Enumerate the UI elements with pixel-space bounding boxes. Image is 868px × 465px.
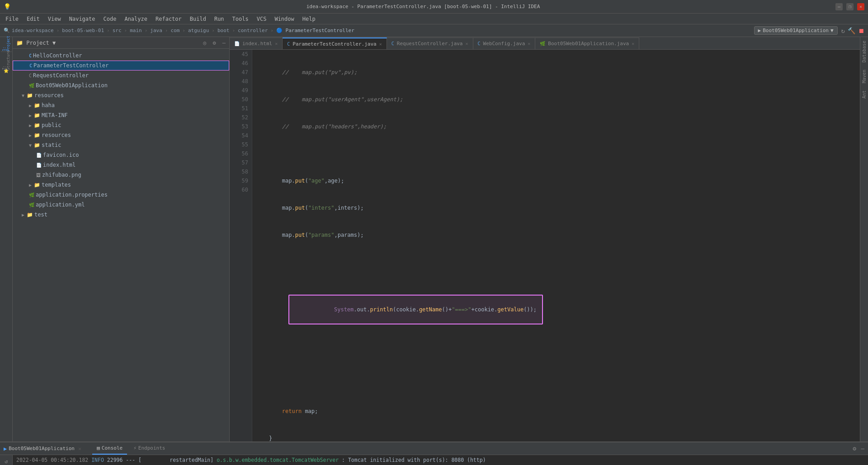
tab-close-icon[interactable]: ✕: [275, 41, 278, 46]
java-file-icon: C: [287, 42, 290, 47]
code-content-area[interactable]: // map.put("pv",pv); // map.put("userAge…: [252, 50, 860, 442]
restart-button[interactable]: ↺: [2, 457, 11, 465]
nav-main[interactable]: main: [130, 28, 142, 33]
tree-item-static[interactable]: ▼ 📁 static: [13, 140, 229, 150]
project-view-icon[interactable]: 1: Project: [2, 39, 11, 48]
spring-file-icon: 🌿: [540, 41, 545, 46]
nav-java[interactable]: java: [150, 28, 162, 33]
tab-webconfig[interactable]: C WebConfig.java ✕: [473, 38, 536, 49]
project-collapse-icon[interactable]: —: [222, 40, 226, 46]
folder-icon: 📁: [34, 132, 40, 138]
database-tab[interactable]: Database: [861, 37, 868, 66]
tree-item-zhifubao[interactable]: 🖼 zhifubao.png: [13, 170, 229, 180]
code-line-49: map.put("age",age);: [256, 176, 856, 185]
menu-navigate[interactable]: Navigate: [66, 15, 99, 23]
tab-close-icon[interactable]: ✕: [379, 42, 382, 47]
menu-refactor[interactable]: Refactor: [152, 15, 185, 23]
menu-build[interactable]: Build: [186, 15, 210, 23]
left-icon-strip: 1: Project Z: Structure ⭐: [0, 37, 13, 442]
menu-analyze[interactable]: Analyze: [121, 15, 151, 23]
nav-controller[interactable]: controller: [238, 28, 268, 33]
tab-close-icon[interactable]: ✕: [632, 41, 634, 46]
tree-item-parameter-controller[interactable]: C ParameterTestController: [13, 61, 229, 70]
titlebar: 💡 idea-workspace - ParameterTestControll…: [0, 0, 868, 14]
right-panel-tabs: Database Maven Ant: [860, 37, 868, 442]
nav-boot[interactable]: boot: [217, 28, 230, 33]
tree-item-haha[interactable]: ▶ 📁 haha: [13, 100, 229, 110]
folder-icon: 📁: [34, 122, 40, 128]
menu-code[interactable]: Code: [100, 15, 120, 23]
stop-button[interactable]: ⏹: [858, 27, 864, 34]
spring-icon: 🌿: [29, 202, 34, 207]
editor-tabs-bar: 📄 index.html ✕ C ParameterTestController…: [230, 37, 860, 50]
code-line-54: [256, 352, 856, 362]
console-tab[interactable]: ▤ Console: [92, 443, 127, 455]
tree-item-templates[interactable]: ▶ 📁 templates: [13, 180, 229, 190]
ant-tab[interactable]: Ant: [861, 87, 868, 102]
menu-edit[interactable]: Edit: [23, 15, 43, 23]
tree-item-hello-controller[interactable]: C HelloController: [13, 51, 229, 61]
refresh-button[interactable]: ↻: [841, 27, 845, 34]
project-settings-icon[interactable]: ⚙: [213, 40, 216, 46]
tab-parameter-controller[interactable]: C ParameterTestController.java ✕: [283, 38, 387, 49]
project-tree: C HelloController C ParameterTestControl…: [13, 49, 229, 442]
menu-vcs[interactable]: VCS: [253, 15, 270, 23]
html-file-icon: 📄: [234, 41, 240, 46]
nav-workspace[interactable]: idea-workspace: [12, 28, 54, 33]
menu-window[interactable]: Window: [271, 15, 297, 23]
run-config-selector[interactable]: ▶ Boot05Web01Application ▼: [754, 26, 838, 35]
image-icon: 🖼: [36, 173, 41, 178]
tree-item-test[interactable]: ▶ 📁 test: [13, 210, 229, 220]
run-close-icon[interactable]: ✕: [78, 446, 81, 452]
tree-item-app-yml[interactable]: 🌿 application.yml: [13, 200, 229, 210]
folder-icon: 📁: [27, 93, 33, 99]
close-button[interactable]: ✕: [857, 3, 864, 10]
code-line-48: [256, 149, 856, 158]
tab-boot-app[interactable]: 🌿 Boot05Web01Application.java ✕: [535, 38, 639, 49]
structure-icon[interactable]: Z: Structure: [2, 56, 11, 65]
tree-item-meta-inf[interactable]: ▶ 📁 META-INF: [13, 110, 229, 120]
nav-module[interactable]: boot-05-web-01: [62, 28, 104, 33]
panel-settings-icon[interactable]: ⚙: [853, 445, 856, 452]
menu-run[interactable]: Run: [211, 15, 228, 23]
tree-item-index[interactable]: 📄 index.html: [13, 160, 229, 170]
folder-icon: 📁: [34, 113, 40, 118]
nav-src[interactable]: src: [113, 28, 122, 33]
html-icon: 📄: [36, 163, 42, 168]
tab-index-html[interactable]: 📄 index.html ✕: [230, 38, 283, 49]
window-controls: — ❐ ✕: [835, 3, 864, 10]
menu-view[interactable]: View: [44, 15, 65, 23]
tree-item-boot-app[interactable]: 🌿 Boot05Web01Application: [13, 80, 229, 90]
expand-arrow: ▶: [22, 212, 24, 217]
tree-item-resources-sub[interactable]: ▶ 📁 resources: [13, 130, 229, 140]
tree-item-resources[interactable]: ▼ 📁 resources: [13, 90, 229, 100]
console-output: 2022-04-05 00:45:20.182 INFO 22996 --- […: [13, 455, 868, 465]
expand-arrow: ▶: [29, 123, 32, 128]
tree-item-request-controller[interactable]: C RequestController: [13, 70, 229, 80]
menu-file[interactable]: File: [2, 15, 22, 23]
maximize-button[interactable]: ❐: [846, 3, 854, 10]
log-line: 2022-04-05 00:45:20.182 INFO 22996 --- […: [16, 456, 864, 465]
panel-minimize-icon[interactable]: —: [861, 445, 864, 452]
endpoints-tab[interactable]: ⚡ Endpoints: [129, 443, 170, 455]
java-file-icon: C: [478, 41, 481, 46]
nav-com[interactable]: com: [170, 28, 179, 33]
menu-help[interactable]: Help: [299, 15, 319, 23]
java-class-icon: C: [29, 53, 32, 58]
tab-close-icon[interactable]: ✕: [528, 41, 530, 46]
project-label: 📁 Project ▼: [16, 40, 56, 46]
nav-atguigu[interactable]: atguigu: [188, 28, 209, 33]
maven-tab[interactable]: Maven: [861, 66, 868, 87]
build-button[interactable]: 🔨: [848, 27, 855, 34]
project-locate-icon[interactable]: ◎: [203, 40, 206, 46]
tab-close-icon[interactable]: ✕: [466, 41, 468, 46]
run-app-name: Boot05Web01Application: [9, 446, 75, 451]
tree-item-app-props[interactable]: 🌿 application.properties: [13, 190, 229, 200]
menu-tools[interactable]: Tools: [229, 15, 252, 23]
tab-request-controller[interactable]: C RequestController.java ✕: [387, 38, 473, 49]
folder-icon: 📁: [34, 142, 40, 148]
tree-item-public[interactable]: ▶ 📁 public: [13, 120, 229, 130]
code-editor[interactable]: 45 46 47 48 49 50 51 52 53 54 55 56 57 5…: [230, 50, 860, 442]
tree-item-favicon[interactable]: 📄 favicon.ico: [13, 150, 229, 160]
minimize-button[interactable]: —: [835, 3, 843, 10]
